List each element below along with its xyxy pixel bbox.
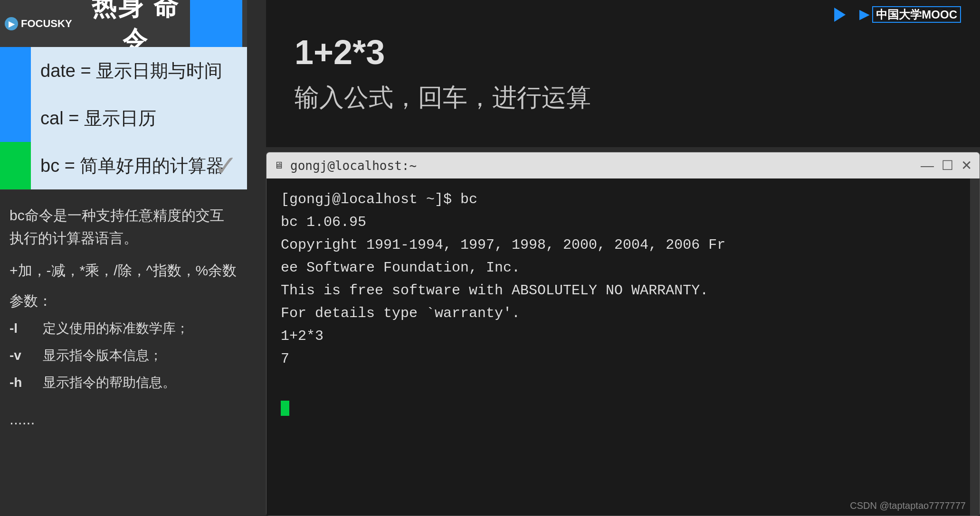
terminal-line-0: [gongj@localhost ~]$ bc <box>281 188 965 211</box>
formula-area: ▶ 中国大学MOOC 1+2*3 输入公式，回车，进行运算 <box>266 0 980 147</box>
cal-color-box <box>0 94 31 142</box>
terminal-line-1: bc 1.06.95 <box>281 211 965 234</box>
header-bar: ▶ FOCUSKY 热身 命令 <box>0 0 247 47</box>
terminal-line-6: 1+2*3 <box>281 325 965 347</box>
param-l-desc: 定义使用的标准数学库； <box>43 318 189 339</box>
terminal-line-7: 7 <box>281 347 965 370</box>
terminal-titlebar: 🖥 gongj@localhost:~ — ☐ ✕ <box>266 152 980 178</box>
cal-label: cal = 显示日历 <box>31 94 247 142</box>
param-v-desc: 显示指令版本信息； <box>43 345 162 366</box>
left-panel: ▶ FOCUSKY 热身 命令 date = 显示日期与时间 cal = 显示日… <box>0 0 247 516</box>
focusky-logo-text: FOCUSKY <box>21 18 72 30</box>
terminal-line-4: This is free software with ABSOLUTELY NO… <box>281 279 965 302</box>
mooc-play-icon <box>834 8 853 22</box>
formula-title: 1+2*3 <box>295 33 951 72</box>
bc-intro: bc命令是一种支持任意精度的交互执行的计算器语言。 <box>10 204 238 250</box>
formula-desc: 输入公式，回车，进行运算 <box>295 81 951 114</box>
bc-color-box <box>0 142 31 189</box>
param-v: -v 显示指令版本信息； <box>10 345 238 366</box>
csdn-watermark: CSDN @taptaptao7777777 <box>850 500 966 511</box>
focusky-logo-icon: ▶ <box>5 17 18 30</box>
param-l: -l 定义使用的标准数学库； <box>10 318 238 339</box>
terminal-scrollbar[interactable] <box>970 178 980 516</box>
menu-item-date[interactable]: date = 显示日期与时间 <box>0 47 247 95</box>
terminal-line-5: For details type `warranty'. <box>281 302 965 325</box>
param-h-desc: 显示指令的帮助信息。 <box>43 372 176 394</box>
maximize-button[interactable]: ☐ <box>942 158 953 173</box>
panel-divider <box>247 0 266 516</box>
header-blue-box <box>190 0 242 47</box>
terminal-cursor <box>281 401 289 416</box>
terminal-title: gongj@localhost:~ <box>290 159 921 173</box>
mooc-label: ▶ 中国大学MOOC <box>859 7 961 22</box>
ellipsis: ...... <box>10 407 238 432</box>
terminal-line-2: Copyright 1991-1994, 1997, 1998, 2000, 2… <box>281 234 965 256</box>
date-color-box <box>0 47 31 94</box>
terminal-icon: 🖥 <box>274 160 285 171</box>
terminal-body: [gongj@localhost ~]$ bc bc 1.06.95 Copyr… <box>266 178 980 516</box>
mooc-logo: ▶ 中国大学MOOC <box>834 7 961 22</box>
param-l-key: -l <box>10 318 33 339</box>
menu-item-bc[interactable]: bc = 简单好用的计算器 ✓ <box>0 142 247 190</box>
date-label: date = 显示日期与时间 <box>31 47 247 94</box>
close-button[interactable]: ✕ <box>961 158 972 173</box>
param-h-key: -h <box>10 372 33 394</box>
param-h: -h 显示指令的帮助信息。 <box>10 372 238 394</box>
operators: +加，-减，*乘，/除，^指数，%余数 <box>10 259 238 282</box>
terminal-line-3: ee Software Foundation, Inc. <box>281 256 965 279</box>
terminal-controls: — ☐ ✕ <box>921 158 972 173</box>
check-icon: ✓ <box>214 149 238 182</box>
terminal-window: 🖥 gongj@localhost:~ — ☐ ✕ [gongj@localho… <box>266 152 980 516</box>
minimize-button[interactable]: — <box>921 158 934 173</box>
param-v-key: -v <box>10 345 33 366</box>
params-label: 参数： <box>10 290 238 312</box>
bc-label: bc = 简单好用的计算器 ✓ <box>31 142 247 189</box>
description-area: bc命令是一种支持任意精度的交互执行的计算器语言。 +加，-减，*乘，/除，^指… <box>0 190 247 446</box>
focusky-logo: ▶ FOCUSKY <box>5 17 72 30</box>
menu-item-cal[interactable]: cal = 显示日历 <box>0 95 247 142</box>
